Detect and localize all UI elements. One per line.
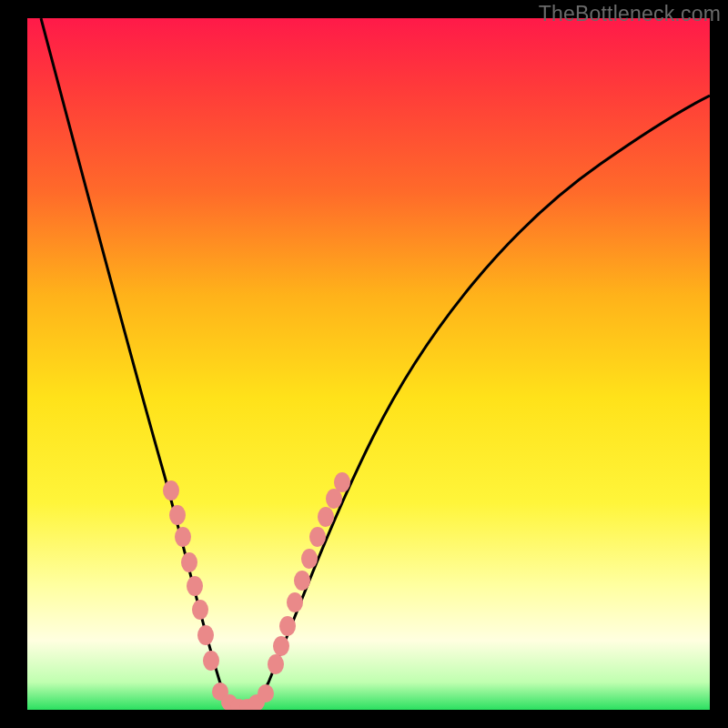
svg-point-16 — [279, 616, 296, 636]
svg-point-4 — [187, 576, 203, 596]
bottleneck-curve — [41, 18, 710, 708]
marker-group — [163, 472, 350, 710]
svg-point-7 — [203, 651, 219, 671]
watermark-text: TheBottleneck.com — [539, 2, 721, 26]
svg-point-0 — [163, 480, 179, 500]
svg-point-18 — [294, 571, 310, 591]
curve-layer — [27, 18, 710, 710]
svg-point-17 — [287, 592, 303, 612]
svg-point-23 — [334, 472, 350, 492]
svg-point-15 — [273, 636, 289, 656]
plot-area — [27, 18, 710, 710]
chart-frame: TheBottleneck.com — [0, 0, 728, 728]
svg-point-6 — [197, 625, 214, 645]
svg-point-5 — [192, 600, 208, 620]
svg-point-19 — [301, 549, 318, 569]
svg-point-3 — [181, 552, 197, 572]
svg-point-20 — [309, 527, 326, 547]
svg-point-1 — [169, 505, 186, 525]
svg-point-2 — [175, 527, 191, 547]
svg-point-21 — [318, 507, 334, 527]
svg-point-13 — [258, 684, 274, 703]
svg-point-14 — [268, 654, 284, 674]
